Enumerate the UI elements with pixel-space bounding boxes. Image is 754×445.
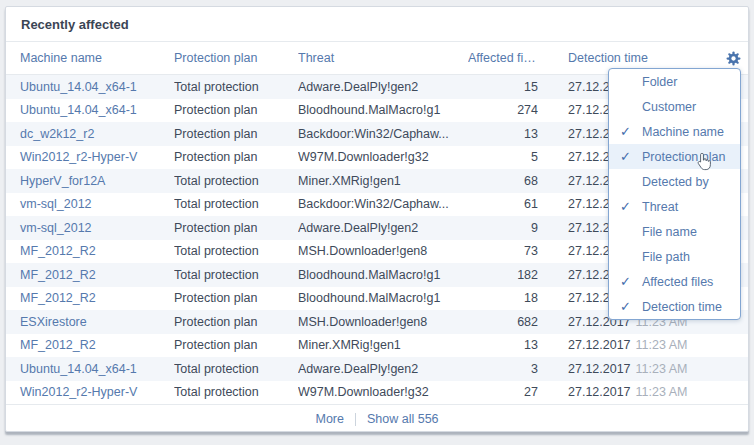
protection-plan-cell: Protection plan xyxy=(174,150,298,164)
threat-cell: Backdoor:Win32/Caphaw... xyxy=(298,197,468,211)
menu-item-customer[interactable]: Customer xyxy=(609,94,740,119)
check-icon: ✓ xyxy=(620,124,642,139)
threat-cell: Backdoor:Win32/Caphaw... xyxy=(298,127,468,141)
protection-plan-cell: Total protection xyxy=(174,362,298,376)
affected-files-cell: 61 xyxy=(468,197,538,211)
check-icon: ✓ xyxy=(620,299,642,314)
affected-files-cell: 27 xyxy=(468,385,538,399)
detection-time-cell: 27.12.201711:23 AM xyxy=(538,338,718,352)
machine-name-cell[interactable]: MF_2012_R2 xyxy=(6,244,174,258)
machine-name-cell[interactable]: HyperV_for12A xyxy=(6,174,174,188)
machine-name-cell[interactable]: Ubuntu_14.04_x64-1 xyxy=(6,103,174,117)
threat-cell: MSH.Downloader!gen8 xyxy=(298,315,468,329)
threat-cell: MSH.Downloader!gen8 xyxy=(298,244,468,258)
more-link[interactable]: More xyxy=(315,412,343,426)
protection-plan-cell: Total protection xyxy=(174,197,298,211)
affected-files-cell: 68 xyxy=(468,174,538,188)
protection-plan-cell: Total protection xyxy=(174,244,298,258)
threat-cell: Bloodhound.MalMacro!g1 xyxy=(298,291,468,305)
widget-title: Recently affected xyxy=(6,7,748,42)
protection-plan-cell: Protection plan xyxy=(174,338,298,352)
column-settings-menu: Folder Customer ✓ Machine name ✓ Protect… xyxy=(608,68,741,320)
threat-cell: Adware.DealPly!gen2 xyxy=(298,221,468,235)
affected-files-cell: 5 xyxy=(468,150,538,164)
threat-cell: Adware.DealPly!gen2 xyxy=(298,362,468,376)
affected-files-cell: 274 xyxy=(468,103,538,117)
machine-name-cell[interactable]: vm-sql_2012 xyxy=(6,221,174,235)
column-header-threat[interactable]: Threat xyxy=(298,51,468,65)
machine-name-cell[interactable]: vm-sql_2012 xyxy=(6,197,174,211)
machine-name-cell[interactable]: ESXirestore xyxy=(6,315,174,329)
menu-item-machine-name[interactable]: ✓ Machine name xyxy=(609,119,740,144)
detection-date: 27.12.2017 xyxy=(568,385,631,399)
machine-name-cell[interactable]: Ubuntu_14.04_x64-1 xyxy=(6,80,174,94)
affected-files-cell: 13 xyxy=(468,127,538,141)
protection-plan-cell: Protection plan xyxy=(174,291,298,305)
machine-name-cell[interactable]: Win2012_r2-Hyper-V xyxy=(6,385,174,399)
affected-files-cell: 3 xyxy=(468,362,538,376)
menu-item-protection-plan[interactable]: ✓ Protection plan xyxy=(609,144,740,169)
affected-files-cell: 73 xyxy=(468,244,538,258)
threat-cell: Bloodhound.MalMacro!g1 xyxy=(298,103,468,117)
affected-files-cell: 682 xyxy=(468,315,538,329)
check-icon: ✓ xyxy=(620,199,642,214)
detection-time-cell: 27.12.201711:23 AM xyxy=(538,362,718,376)
detection-clock-time: 11:23 AM xyxy=(636,362,688,376)
affected-files-cell: 18 xyxy=(468,291,538,305)
column-header-affected-files[interactable]: Affected files xyxy=(468,51,538,65)
machine-name-cell[interactable]: MF_2012_R2 xyxy=(6,268,174,282)
menu-item-file-path[interactable]: File path xyxy=(609,244,740,269)
protection-plan-cell: Protection plan xyxy=(174,103,298,117)
protection-plan-cell: Protection plan xyxy=(174,127,298,141)
affected-files-cell: 15 xyxy=(468,80,538,94)
show-all-link[interactable]: Show all 556 xyxy=(367,412,439,426)
table-row: MF_2012_R2 Protection plan Miner.XMRig!g… xyxy=(6,334,748,358)
threat-cell: W97M.Downloader!g32 xyxy=(298,385,468,399)
check-icon: ✓ xyxy=(620,149,642,164)
table-footer: More Show all 556 xyxy=(6,404,748,433)
affected-files-cell: 13 xyxy=(468,338,538,352)
threat-cell: Miner.XMRig!gen1 xyxy=(298,174,468,188)
column-header-protection-plan[interactable]: Protection plan xyxy=(174,51,298,65)
machine-name-cell[interactable]: MF_2012_R2 xyxy=(6,338,174,352)
check-icon: ✓ xyxy=(620,274,642,289)
threat-cell: Adware.DealPly!gen2 xyxy=(298,80,468,94)
machine-name-cell[interactable]: Ubuntu_14.04_x64-1 xyxy=(6,362,174,376)
menu-item-detection-time[interactable]: ✓ Detection time xyxy=(609,294,740,319)
detection-clock-time: 11:23 AM xyxy=(636,338,688,352)
detection-date: 27.12.2017 xyxy=(568,338,631,352)
column-settings-button[interactable] xyxy=(726,51,741,66)
table-row: Win2012_r2-Hyper-V Total protection W97M… xyxy=(6,381,748,405)
menu-item-threat[interactable]: ✓ Threat xyxy=(609,194,740,219)
detection-time-cell: 27.12.201711:23 AM xyxy=(538,385,718,399)
protection-plan-cell: Protection plan xyxy=(174,221,298,235)
footer-divider xyxy=(355,413,356,426)
threat-cell: Bloodhound.MalMacro!g1 xyxy=(298,268,468,282)
affected-files-cell: 182 xyxy=(468,268,538,282)
machine-name-cell[interactable]: dc_w2k12_r2 xyxy=(6,127,174,141)
protection-plan-cell: Total protection xyxy=(174,268,298,282)
menu-item-folder[interactable]: Folder xyxy=(609,69,740,94)
menu-item-affected-files[interactable]: ✓ Affected files xyxy=(609,269,740,294)
menu-item-detected-by[interactable]: Detected by xyxy=(609,169,740,194)
table-row: Ubuntu_14.04_x64-1 Total protection Adwa… xyxy=(6,357,748,381)
column-header-detection-time[interactable]: Detection time xyxy=(538,51,718,65)
protection-plan-cell: Total protection xyxy=(174,80,298,94)
protection-plan-cell: Total protection xyxy=(174,174,298,188)
threat-cell: W97M.Downloader!g32 xyxy=(298,150,468,164)
machine-name-cell[interactable]: MF_2012_R2 xyxy=(6,291,174,305)
affected-files-cell: 9 xyxy=(468,221,538,235)
column-header-machine-name[interactable]: Machine name xyxy=(6,51,174,65)
machine-name-cell[interactable]: Win2012_r2-Hyper-V xyxy=(6,150,174,164)
menu-item-file-name[interactable]: File name xyxy=(609,219,740,244)
detection-clock-time: 11:23 AM xyxy=(636,385,688,399)
detection-date: 27.12.2017 xyxy=(568,362,631,376)
threat-cell: Miner.XMRig!gen1 xyxy=(298,338,468,352)
protection-plan-cell: Total protection xyxy=(174,385,298,399)
gear-icon xyxy=(726,55,741,69)
protection-plan-cell: Protection plan xyxy=(174,315,298,329)
